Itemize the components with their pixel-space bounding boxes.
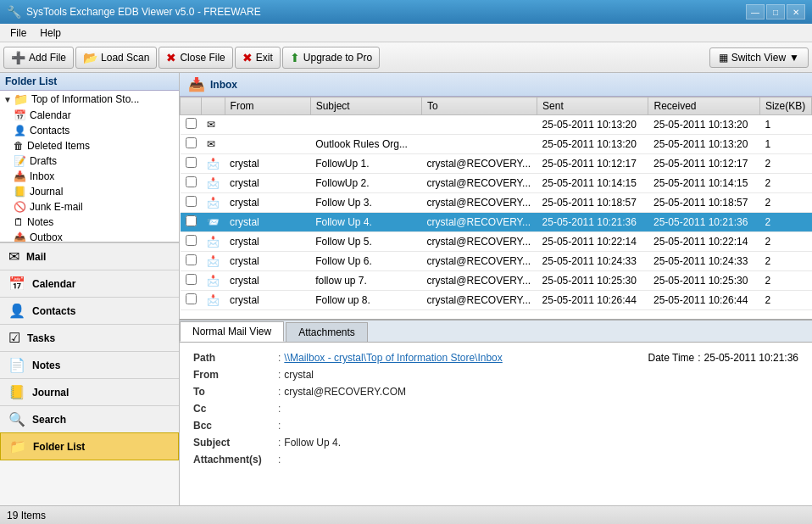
col-from[interactable]: From [225,98,310,115]
nav-item-label: Notes [32,360,60,371]
row-check[interactable] [181,115,202,135]
row-sent: 25-05-2011 10:21:36 [537,213,648,232]
preview-from-value: crystal [284,369,314,381]
nav-item-notes[interactable]: 📄Notes [0,351,179,378]
preview-datetime-right: Date Time : 25-05-2011 10:21:36 [648,352,798,364]
toolbar-right: ▦ Switch View ▼ [709,47,809,68]
row-to: crystal@RECOVERY... [422,291,537,310]
email-icon: 📨 [207,216,220,228]
folder-tree[interactable]: Folder List ▼ 📁 Top of Information Sto..… [0,73,179,242]
tree-root[interactable]: ▼ 📁 Top of Information Sto... [0,91,179,108]
tree-root-label: Top of Information Sto... [31,93,139,105]
row-check[interactable] [181,193,202,213]
folder-item-icon: 📅 [14,109,26,121]
nav-item-icon: 📁 [9,438,26,454]
row-sent: 25-05-2011 10:14:15 [537,174,648,193]
table-row[interactable]: 📩 crystal Follow up 8. crystal@RECOVERY.… [181,291,812,310]
row-subject: FollowUp 1. [310,154,421,174]
email-table-container[interactable]: From Subject To Sent Received Size(KB) ✉… [180,97,812,319]
row-subject [310,115,421,135]
row-from: crystal [225,174,310,193]
tree-item[interactable]: 📅Calendar [0,108,179,123]
row-from: crystal [225,252,310,271]
tree-item[interactable]: 👤Contacts [0,123,179,138]
add-file-button[interactable]: ➕ Add File [3,47,74,69]
row-subject: Follow Up 6. [310,252,421,271]
preview-cc-label: Cc [193,403,278,415]
col-sent[interactable]: Sent [537,98,648,115]
tab-normal-mail[interactable]: Normal Mail View [180,321,284,342]
tree-item[interactable]: 🗒Notes [0,215,179,230]
menu-file[interactable]: File [3,25,33,41]
col-received[interactable]: Received [648,98,759,115]
nav-item-calendar[interactable]: 📅Calendar [0,270,179,297]
row-icon: 📩 [202,193,225,213]
load-scan-button[interactable]: 📂 Load Scan [75,47,157,69]
table-row[interactable]: ✉ 25-05-2011 10:13:20 25-05-2011 10:13:2… [181,115,812,135]
row-subject: Follow up 8. [310,291,421,310]
row-check[interactable] [181,232,202,252]
nav-item-icon: 📄 [8,357,25,373]
nav-item-mail[interactable]: ✉Mail [0,242,179,270]
table-row[interactable]: ✉ Outlook Rules Org... 25-05-2011 10:13:… [181,135,812,154]
nav-item-contacts[interactable]: 👤Contacts [0,297,179,324]
row-check[interactable] [181,154,202,174]
preview-pane: Normal Mail View Attachments Path : \\Ma… [180,319,812,505]
menu-help[interactable]: Help [33,25,68,41]
col-check[interactable] [181,98,202,115]
minimize-button[interactable]: — [746,4,765,20]
maximize-button[interactable]: □ [766,4,785,20]
tree-item[interactable]: 🚫Junk E-mail [0,199,179,215]
tree-item[interactable]: 📒Journal [0,184,179,199]
nav-item-label: Contacts [32,305,75,317]
tab-attachments[interactable]: Attachments [286,322,368,342]
switch-view-button[interactable]: ▦ Switch View ▼ [709,47,809,68]
preview-path-value[interactable]: \\Mailbox - crystal\Top of Information S… [284,352,502,364]
close-file-button[interactable]: ✖ Close File [159,47,232,69]
row-icon: 📨 [202,213,225,232]
row-received: 25-05-2011 10:18:57 [648,193,759,213]
tree-item[interactable]: 📤Outbox [0,230,179,242]
col-icon[interactable] [202,98,225,115]
preview-to-row: To : crystal@RECOVERY.COM [193,383,798,400]
col-size[interactable]: Size(KB) [759,98,811,115]
nav-item-tasks[interactable]: ☑Tasks [0,324,179,351]
row-check[interactable] [181,252,202,271]
nav-item-journal[interactable]: 📒Journal [0,378,179,405]
inbox-title: Inbox [210,79,237,91]
close-button[interactable]: ✕ [787,4,805,20]
switch-view-arrow: ▼ [789,52,799,64]
table-row[interactable]: 📩 crystal Follow Up 5. crystal@RECOVERY.… [181,232,812,252]
switch-view-label: Switch View [731,52,786,64]
exit-button[interactable]: ✖ Exit [235,47,281,69]
tree-expand-icon[interactable]: ▼ [3,95,12,104]
row-received: 25-05-2011 10:12:17 [648,154,759,174]
col-subject[interactable]: Subject [310,98,421,115]
email-icon: ✉ [207,138,215,150]
row-check[interactable] [181,174,202,193]
row-check[interactable] [181,213,202,232]
folder-item-label: Junk E-mail [30,201,83,213]
row-to: crystal@RECOVERY... [422,232,537,252]
row-check[interactable] [181,135,202,154]
row-check[interactable] [181,271,202,291]
table-row[interactable]: 📩 crystal FollowUp 2. crystal@RECOVERY..… [181,174,812,193]
row-check[interactable] [181,291,202,310]
preview-to-label: To [193,386,278,398]
table-row[interactable]: 📨 crystal Follow Up 4. crystal@RECOVERY.… [181,213,812,232]
tree-item[interactable]: 📝Drafts [0,153,179,169]
nav-item-folder-list[interactable]: 📁Folder List [0,432,179,460]
nav-item-search[interactable]: 🔍Search [0,405,179,432]
col-to[interactable]: To [422,98,537,115]
row-icon: 📩 [202,174,225,193]
titlebar-controls: — □ ✕ [746,4,805,20]
row-subject: Follow Up 3. [310,193,421,213]
table-row[interactable]: 📩 crystal follow up 7. crystal@RECOVERY.… [181,271,812,291]
table-row[interactable]: 📩 crystal Follow Up 3. crystal@RECOVERY.… [181,193,812,213]
tree-item[interactable]: 🗑Deleted Items [0,138,179,153]
table-row[interactable]: 📩 crystal FollowUp 1. crystal@RECOVERY..… [181,154,812,174]
upgrade-button[interactable]: ⬆ Upgrade to Pro [282,47,380,69]
table-row[interactable]: 📩 crystal Follow Up 6. crystal@RECOVERY.… [181,252,812,271]
row-to: crystal@RECOVERY... [422,193,537,213]
tree-item[interactable]: 📥Inbox [0,169,179,184]
